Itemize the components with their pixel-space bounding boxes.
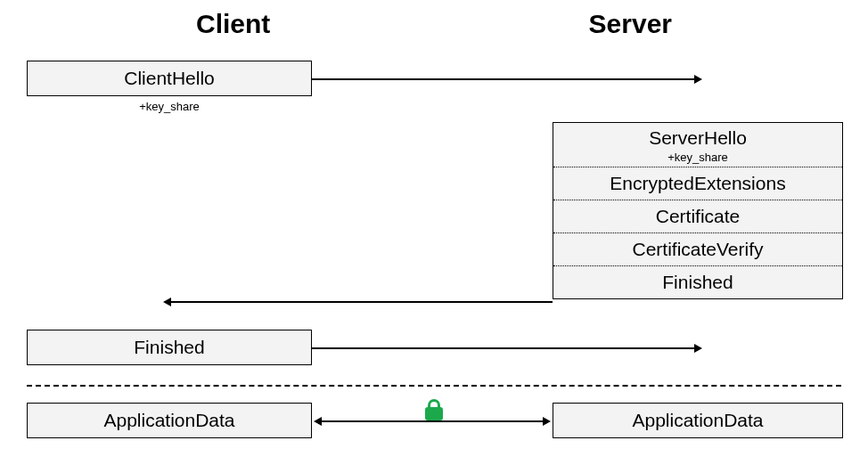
encrypted-extensions-item: EncryptedExtensions <box>553 167 842 200</box>
client-hello-arrow <box>312 78 695 80</box>
heading-row: Client Server <box>0 0 868 55</box>
client-app-data-box: ApplicationData <box>27 403 312 438</box>
server-heading: Server <box>589 9 672 39</box>
client-hello-title: ClientHello <box>124 68 215 89</box>
server-app-data-title: ApplicationData <box>632 410 763 431</box>
client-finished-arrow <box>312 347 695 349</box>
server-stack: ServerHello +key_share EncryptedExtensio… <box>553 122 843 299</box>
lock-body <box>425 407 443 420</box>
client-hello-sub: +key_share <box>27 100 312 113</box>
client-finished-box: Finished <box>27 330 312 365</box>
session-divider <box>27 385 841 387</box>
client-finished-title: Finished <box>134 337 204 358</box>
client-hello-box: ClientHello <box>27 61 312 96</box>
certificate-item: Certificate <box>553 200 842 232</box>
server-finished-item: Finished <box>553 265 842 298</box>
server-hello-item: ServerHello +key_share <box>553 123 842 167</box>
certificate-verify-item: CertificateVerify <box>553 232 842 265</box>
server-hello-sub: +key_share <box>553 151 842 164</box>
server-hello-title: ServerHello <box>553 127 842 149</box>
server-response-arrow <box>170 301 553 303</box>
server-app-data-box: ApplicationData <box>553 403 843 438</box>
client-heading: Client <box>196 9 270 39</box>
client-app-data-title: ApplicationData <box>103 410 234 431</box>
lock-icon <box>424 399 444 424</box>
